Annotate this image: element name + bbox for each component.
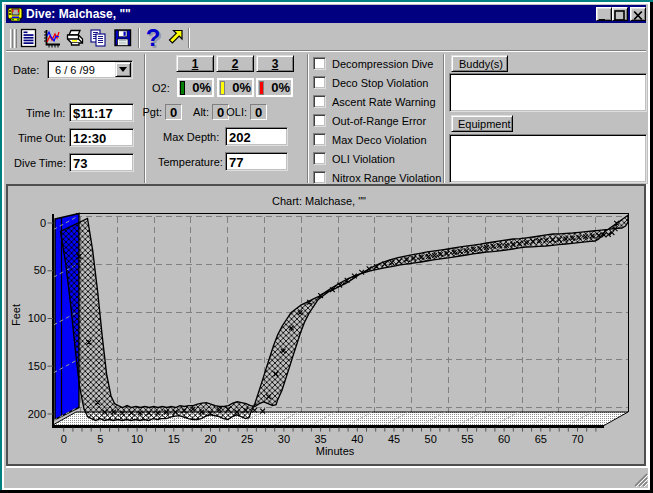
svg-text:0: 0 <box>61 433 67 445</box>
svg-text:35: 35 <box>314 433 326 445</box>
svg-text:70: 70 <box>571 433 583 445</box>
svg-text:25: 25 <box>241 433 253 445</box>
svg-text:55: 55 <box>461 433 473 445</box>
svg-text:50: 50 <box>425 433 437 445</box>
svg-text:5: 5 <box>97 433 103 445</box>
svg-text:45: 45 <box>388 433 400 445</box>
svg-text:65: 65 <box>535 433 547 445</box>
svg-text:200: 200 <box>28 408 46 420</box>
svg-text:50: 50 <box>34 264 46 276</box>
svg-text:30: 30 <box>278 433 290 445</box>
svg-text:0: 0 <box>40 217 46 229</box>
svg-text:150: 150 <box>28 360 46 372</box>
svg-text:Chart: Malchase, "": Chart: Malchase, "" <box>272 195 366 207</box>
svg-text:Minutes: Minutes <box>316 445 355 457</box>
svg-text:Feet: Feet <box>10 304 22 326</box>
svg-text:100: 100 <box>28 312 46 324</box>
svg-text:10: 10 <box>131 433 143 445</box>
svg-text:40: 40 <box>351 433 363 445</box>
svg-text:60: 60 <box>498 433 510 445</box>
svg-text:20: 20 <box>204 433 216 445</box>
svg-text:15: 15 <box>168 433 180 445</box>
